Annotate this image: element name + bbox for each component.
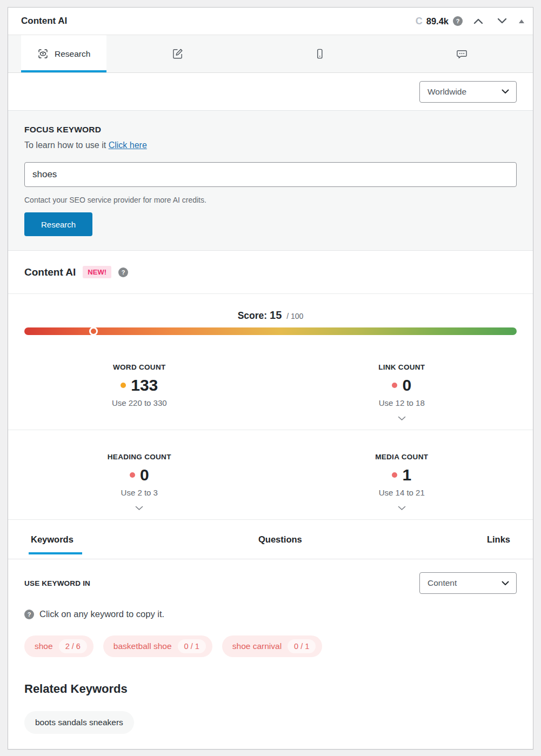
tab-chat[interactable] — [391, 35, 533, 72]
keyword-text: shoe — [35, 641, 53, 651]
main-tab-strip: Research — [8, 35, 533, 73]
keyword-tab-strip: Keywords Questions Links — [8, 520, 533, 559]
chat-bubble-icon — [456, 48, 468, 60]
use-keyword-select[interactable]: Content — [419, 572, 517, 594]
score-marker — [89, 327, 98, 336]
tab-links[interactable]: Links — [487, 520, 510, 559]
chevron-down-icon — [502, 89, 509, 94]
stat-expand-button[interactable] — [135, 504, 143, 512]
country-select[interactable]: Worldwide — [419, 81, 517, 103]
focus-keyword-section: FOCUS KEYWORD To learn how to use it Cli… — [8, 110, 533, 251]
chevron-down-icon — [502, 581, 509, 586]
move-down-button[interactable] — [494, 15, 510, 27]
tab-questions[interactable]: Questions — [258, 520, 302, 559]
keyword-text: basketball shoe — [113, 641, 172, 651]
score-gradient-bar — [24, 327, 517, 335]
credits-count: 89.4k — [426, 16, 449, 26]
stat-link-count: LINK COUNT 0 Use 12 to 18 — [271, 363, 533, 422]
keyword-pill[interactable]: basketball shoe 0 / 1 — [103, 635, 212, 657]
stat-label: MEDIA COUNT — [375, 453, 428, 461]
stat-hint: Use 2 to 3 — [121, 488, 158, 497]
tab-device-preview[interactable] — [249, 35, 391, 72]
chevron-up-icon — [472, 17, 484, 25]
stat-media-count: MEDIA COUNT 1 Use 14 to 21 — [271, 453, 533, 512]
chevron-down-icon — [398, 506, 406, 511]
keyword-pill[interactable]: shoe carnival 0 / 1 — [222, 635, 323, 657]
score-value: 15 — [270, 309, 282, 321]
credits-icon: C — [416, 16, 423, 27]
stat-expand-button[interactable] — [398, 504, 406, 512]
stat-word-count: WORD COUNT 133 Use 220 to 330 — [8, 363, 271, 422]
related-keywords-title: Related Keywords — [24, 682, 517, 696]
use-keyword-label: USE KEYWORD IN — [24, 579, 90, 587]
region-row: Worldwide — [8, 73, 533, 110]
stat-number: 0 — [402, 376, 411, 394]
content-ai-title: Content AI — [24, 266, 76, 278]
stat-value: 0 — [130, 466, 149, 484]
keywords-panel: USE KEYWORD IN Content ? Click on any ke… — [8, 559, 533, 734]
tab-keywords[interactable]: Keywords — [31, 520, 74, 559]
stat-label: HEADING COUNT — [108, 453, 171, 461]
status-dot — [392, 383, 397, 388]
stat-label: LINK COUNT — [378, 363, 425, 371]
content-ai-metabox: Content AI C 89.4k ? Research — [8, 7, 533, 750]
metabox-header: Content AI C 89.4k ? — [8, 8, 533, 35]
focus-keyword-input[interactable] — [24, 162, 517, 187]
stat-label: WORD COUNT — [113, 363, 166, 371]
status-dot — [392, 472, 397, 478]
stat-number: 133 — [131, 376, 158, 394]
keyword-text: shoe carnival — [232, 641, 282, 651]
use-keyword-row: USE KEYWORD IN Content — [24, 572, 517, 594]
credits-help-icon[interactable]: ? — [453, 16, 463, 26]
collapse-toggle-icon[interactable] — [519, 19, 524, 23]
keyword-pill-list: shoe 2 / 6 basketball shoe 0 / 1 shoe ca… — [24, 635, 517, 657]
edit-pencil-icon — [171, 48, 184, 60]
stat-heading-count: HEADING COUNT 0 Use 2 to 3 — [8, 453, 271, 512]
stat-expand-button[interactable] — [398, 414, 406, 422]
score-max: / 100 — [286, 312, 303, 320]
keyword-count-badge: 0 / 1 — [288, 639, 316, 653]
chevron-down-icon — [135, 506, 143, 511]
keyword-tip-row: ? Click on any keyword to copy it. — [24, 609, 517, 619]
status-dot — [121, 383, 126, 388]
tip-help-icon: ? — [24, 610, 34, 619]
page-title: Content AI — [21, 16, 67, 26]
stat-number: 0 — [140, 466, 149, 484]
stat-number: 1 — [402, 466, 411, 484]
use-keyword-select-value: Content — [428, 578, 457, 588]
stat-value: 0 — [392, 376, 411, 394]
score-line: Score: 15 / 100 — [8, 309, 533, 322]
keyword-tip-text: Click on any keyword to copy it. — [39, 609, 164, 619]
stats-row-2: HEADING COUNT 0 Use 2 to 3 MEDIA COUNT 1… — [8, 430, 533, 520]
tab-research-label: Research — [55, 49, 90, 59]
credits-note: Contact your SEO service provider for mo… — [24, 196, 517, 204]
tab-write[interactable] — [106, 35, 249, 72]
content-ai-heading-row: Content AI NEW! ? — [8, 251, 533, 294]
keyword-count-badge: 2 / 6 — [59, 639, 87, 653]
move-up-button[interactable] — [470, 15, 486, 27]
click-here-link[interactable]: Click here — [109, 141, 147, 150]
focus-keyword-help: To learn how to use it Click here — [24, 141, 517, 150]
stat-hint: Use 12 to 18 — [379, 398, 425, 407]
focus-keyword-help-text: To learn how to use it — [24, 141, 106, 150]
country-select-value: Worldwide — [428, 87, 466, 97]
stat-hint: Use 14 to 21 — [379, 488, 425, 497]
chevron-down-icon — [398, 416, 406, 421]
status-dot — [130, 472, 135, 478]
content-ai-help-icon[interactable]: ? — [118, 267, 128, 277]
stat-value: 133 — [121, 376, 158, 394]
score-label: Score: — [238, 310, 267, 321]
mobile-device-icon — [313, 48, 326, 60]
stat-hint: Use 220 to 330 — [112, 398, 167, 407]
new-badge: NEW! — [83, 266, 111, 278]
tab-research[interactable]: Research — [21, 35, 106, 72]
research-button[interactable]: Research — [24, 212, 92, 236]
keyword-pill[interactable]: shoe 2 / 6 — [24, 635, 93, 657]
stat-value: 1 — [392, 466, 411, 484]
related-keyword-pill[interactable]: boots sandals sneakers — [24, 711, 134, 734]
keyword-count-badge: 0 / 1 — [178, 639, 206, 653]
chevron-down-icon — [496, 17, 508, 25]
focus-keyword-label: FOCUS KEYWORD — [24, 125, 517, 135]
research-eye-icon — [37, 48, 49, 59]
stats-row-1: WORD COUNT 133 Use 220 to 330 LINK COUNT… — [8, 335, 533, 430]
